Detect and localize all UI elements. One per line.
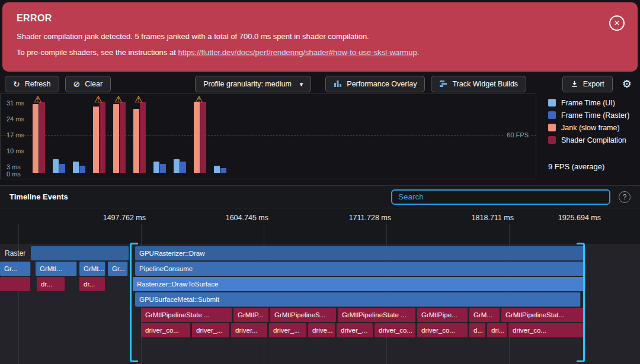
y-axis-label: 0 ms (7, 170, 21, 178)
settings-button[interactable]: ⚙ (619, 78, 635, 91)
ruler-timestamp: 1604.745 ms (180, 214, 268, 222)
flame-bar[interactable]: Gr... (108, 262, 128, 276)
fps-60-line (1, 136, 536, 136)
flame-bar[interactable]: driver_... (192, 323, 230, 337)
legend-item: Frame Time (UI) (548, 96, 629, 109)
flame-bar[interactable]: GPUSurfaceMetal::Submit (135, 292, 581, 307)
flame-bar[interactable]: driver_co... (417, 323, 468, 337)
download-icon (571, 80, 578, 89)
legend-label: Jank (slow frame) (561, 124, 620, 132)
flame-bar[interactable]: dri... (487, 323, 507, 337)
frame-raster-bar[interactable] (79, 166, 85, 173)
track-widget-builds-button[interactable]: Track Widget Builds (431, 76, 526, 92)
flame-bar[interactable]: driver_co... (141, 323, 191, 337)
flame-bar[interactable]: drive... (308, 323, 335, 337)
flame-bar[interactable] (0, 277, 31, 291)
frame-raster-bar[interactable] (180, 162, 186, 173)
instruction-suffix: . (417, 48, 420, 57)
raster-group-label: Raster (5, 246, 25, 260)
flame-bar[interactable] (31, 246, 129, 260)
ruler-timestamp: 1497.762 ms (57, 214, 146, 222)
frame-ui-bar[interactable] (73, 162, 79, 173)
flame-bar[interactable]: driver_co... (508, 323, 584, 337)
frame-raster-bar[interactable] (120, 102, 126, 173)
chevron-down-icon: ▾ (300, 80, 303, 88)
legend-swatch (548, 111, 556, 119)
toolbar: ↻ Refresh ⊘ Clear Profile granularity: m… (5, 75, 635, 93)
flame-bar[interactable]: GrMtlPipelineState ... (338, 308, 416, 322)
flame-bar[interactable]: GPURasterizer::Draw (135, 246, 585, 260)
frame-ui-bar[interactable] (194, 102, 200, 173)
bar-chart-icon (334, 79, 342, 89)
flame-bar[interactable]: GrMtl... (36, 262, 77, 276)
close-button[interactable]: ✕ (609, 15, 625, 31)
sksl-warmup-link[interactable]: https://flutter.dev/docs/perf/rendering/… (178, 48, 417, 57)
ruler-timestamp: 1711.728 ms (302, 214, 391, 222)
frame-ui-bar[interactable] (93, 107, 99, 173)
frame-raster-bar[interactable] (59, 164, 65, 173)
y-axis-label: 31 ms (7, 99, 24, 107)
refresh-label: Refresh (25, 80, 51, 88)
flame-bar[interactable]: GrMtlPipelineState ... (141, 308, 232, 322)
legend-label: Frame Time (UI) (561, 99, 615, 107)
export-button[interactable]: Export (562, 76, 613, 92)
track-widget-builds-icon (439, 79, 447, 89)
y-axis-label: 24 ms (7, 115, 24, 123)
frame-raster-bar[interactable] (100, 102, 105, 173)
clear-button[interactable]: ⊘ Clear (65, 76, 111, 92)
frame-ui-bar[interactable] (33, 104, 39, 173)
flame-bar[interactable]: GrMtlPipelineS... (270, 308, 337, 322)
flame-bar[interactable]: PipelineConsume (135, 262, 585, 276)
warning-icon: ⚠ (34, 95, 41, 104)
frame-ui-bar[interactable] (113, 104, 119, 173)
legend-item: Frame Time (Raster) (548, 109, 629, 121)
frame-raster-bar[interactable] (220, 168, 226, 173)
flame-bar[interactable]: driver_... (337, 323, 373, 337)
warning-icon: ⚠ (135, 95, 142, 104)
flame-bar[interactable]: GrM... (469, 308, 500, 322)
refresh-button[interactable]: ↻ Refresh (5, 76, 59, 92)
flame-bar[interactable]: driver_... (269, 323, 307, 337)
flame-chart: 1497.762 ms1604.745 ms1711.728 ms1818.71… (0, 208, 640, 364)
flame-bar[interactable]: driver_co... (375, 323, 416, 337)
help-icon[interactable]: ? (619, 191, 631, 203)
y-axis-label: 10 ms (7, 147, 24, 155)
instruction-prefix: To pre-compile shaders, see the instruct… (17, 48, 178, 57)
flame-bar[interactable]: Rasterizer::DrawToSurface (133, 277, 585, 291)
refresh-icon: ↻ (13, 80, 20, 88)
frame-ui-bar[interactable] (153, 162, 159, 173)
frame-raster-bar[interactable] (140, 102, 146, 173)
flame-bar[interactable]: driver... (231, 323, 268, 337)
selection-bracket-right[interactable] (577, 243, 585, 362)
average-fps-label: 9 FPS (average) (548, 162, 629, 171)
legend-swatch (548, 136, 556, 144)
frame-ui-bar[interactable] (214, 166, 220, 173)
frame-raster-bar[interactable] (39, 102, 45, 173)
frames-chart-section: 31 ms24 ms17 ms10 ms3 ms0 ms ⚠⚠⚠⚠⚠ 60 FP… (0, 93, 640, 185)
selection-bracket-left[interactable] (130, 243, 138, 362)
flame-bar[interactable]: dr... (79, 277, 105, 291)
frame-ui-bar[interactable] (133, 109, 139, 173)
ruler-timestamp: 1925.694 ms (512, 214, 601, 222)
frame-ui-bar[interactable] (174, 159, 180, 173)
search-input[interactable] (391, 189, 610, 205)
clear-label: Clear (85, 80, 103, 88)
close-icon: ✕ (614, 19, 620, 27)
flame-bar[interactable]: GrMt... (79, 262, 105, 276)
flame-bar[interactable]: dr... (37, 277, 65, 291)
flame-bar[interactable]: Gr... (0, 262, 31, 276)
legend-item: Jank (slow frame) (548, 121, 629, 134)
flame-bar[interactable]: GrMtlPipe... (417, 308, 468, 322)
flame-bar[interactable]: d... (469, 323, 486, 337)
frame-ui-bar[interactable] (53, 159, 59, 173)
flame-bar[interactable]: GrMtlP... (233, 308, 269, 322)
frame-raster-bar[interactable] (200, 102, 206, 173)
gridline (18, 224, 19, 364)
profile-granularity-dropdown[interactable]: Profile granularity: medium ▾ (195, 76, 311, 92)
legend-label: Frame Time (Raster) (561, 111, 629, 120)
flame-bar[interactable]: GrMtlPipelineStat... (501, 308, 584, 322)
performance-overlay-button[interactable]: Performance Overlay (325, 76, 425, 92)
legend-label: Shader Compilation (561, 136, 626, 144)
warning-icon: ⚠ (94, 95, 102, 104)
frame-raster-bar[interactable] (160, 164, 166, 173)
